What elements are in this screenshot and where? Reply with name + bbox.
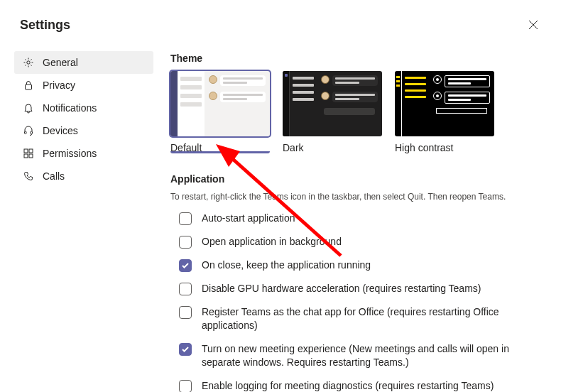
gear-icon xyxy=(23,57,34,68)
sidebar-item-label: Calls xyxy=(43,170,65,182)
close-button[interactable] xyxy=(523,14,544,36)
theme-option-default[interactable]: Default xyxy=(170,71,270,153)
settings-content: Theme Default xyxy=(170,45,547,392)
sidebar-item-label: Devices xyxy=(43,125,78,136)
option-open-background[interactable]: Open application in background xyxy=(179,235,547,249)
sidebar-item-label: General xyxy=(43,57,78,68)
sidebar-item-label: Privacy xyxy=(43,80,75,91)
svg-point-0 xyxy=(27,61,30,64)
checkbox[interactable] xyxy=(179,236,192,249)
lock-icon xyxy=(23,80,34,91)
sidebar-item-devices[interactable]: Devices xyxy=(14,119,153,142)
sidebar-item-permissions[interactable]: Permissions xyxy=(14,142,153,165)
checkbox[interactable] xyxy=(179,306,192,319)
option-label: Register Teams as the chat app for Offic… xyxy=(202,305,547,332)
option-label: Open application in background xyxy=(202,235,342,249)
sidebar-item-notifications[interactable]: Notifications xyxy=(14,97,153,119)
theme-label: Default xyxy=(170,142,270,153)
sidebar-item-calls[interactable]: Calls xyxy=(14,165,153,187)
option-disable-gpu[interactable]: Disable GPU hardware acceleration (requi… xyxy=(179,282,547,295)
checkbox[interactable] xyxy=(179,380,192,392)
option-label: Turn on new meeting experience (New meet… xyxy=(202,342,547,369)
application-heading: Application xyxy=(170,173,547,185)
theme-preview-high-contrast xyxy=(395,71,494,136)
theme-options: Default Dark xyxy=(170,71,547,153)
sidebar-item-general[interactable]: General xyxy=(14,51,153,74)
svg-rect-4 xyxy=(24,149,28,153)
svg-rect-6 xyxy=(24,154,28,158)
sidebar-item-label: Permissions xyxy=(43,148,97,159)
theme-option-high-contrast[interactable]: High contrast xyxy=(395,71,494,153)
theme-preview-dark xyxy=(283,71,382,136)
settings-sidebar: General Privacy Notifications Devices Pe xyxy=(14,45,153,392)
option-enable-logging[interactable]: Enable logging for meeting diagnostics (… xyxy=(179,379,547,392)
checkbox[interactable] xyxy=(179,259,192,272)
theme-preview-default xyxy=(170,71,270,136)
svg-rect-7 xyxy=(29,154,33,158)
sidebar-item-label: Notifications xyxy=(43,102,97,114)
application-options: Auto-start application Open application … xyxy=(170,212,547,392)
theme-heading: Theme xyxy=(170,53,547,64)
svg-rect-3 xyxy=(31,131,33,134)
permissions-icon xyxy=(23,148,34,159)
page-title: Settings xyxy=(20,18,70,33)
bell-icon xyxy=(23,102,34,114)
svg-rect-5 xyxy=(29,149,33,153)
settings-header: Settings xyxy=(0,0,561,45)
application-note: To restart, right-click the Teams icon i… xyxy=(170,192,547,202)
theme-option-dark[interactable]: Dark xyxy=(283,71,382,153)
option-label: On close, keep the application running xyxy=(202,258,371,272)
option-label: Auto-start application xyxy=(202,212,295,225)
sidebar-item-privacy[interactable]: Privacy xyxy=(14,74,153,97)
option-auto-start[interactable]: Auto-start application xyxy=(179,212,547,225)
svg-rect-1 xyxy=(26,85,32,89)
checkbox[interactable] xyxy=(179,212,192,225)
phone-icon xyxy=(23,170,34,182)
option-label: Disable GPU hardware acceleration (requi… xyxy=(202,282,481,295)
option-register-chat-app[interactable]: Register Teams as the chat app for Offic… xyxy=(179,305,547,332)
headset-icon xyxy=(23,125,34,136)
close-icon xyxy=(528,20,538,30)
option-keep-running[interactable]: On close, keep the application running xyxy=(179,258,547,272)
theme-label: High contrast xyxy=(395,142,494,153)
theme-label: Dark xyxy=(283,142,382,153)
checkbox[interactable] xyxy=(179,343,192,356)
option-new-meeting-experience[interactable]: Turn on new meeting experience (New meet… xyxy=(179,342,547,369)
option-label: Enable logging for meeting diagnostics (… xyxy=(202,379,494,392)
checkbox[interactable] xyxy=(179,283,192,295)
svg-rect-2 xyxy=(25,131,27,134)
